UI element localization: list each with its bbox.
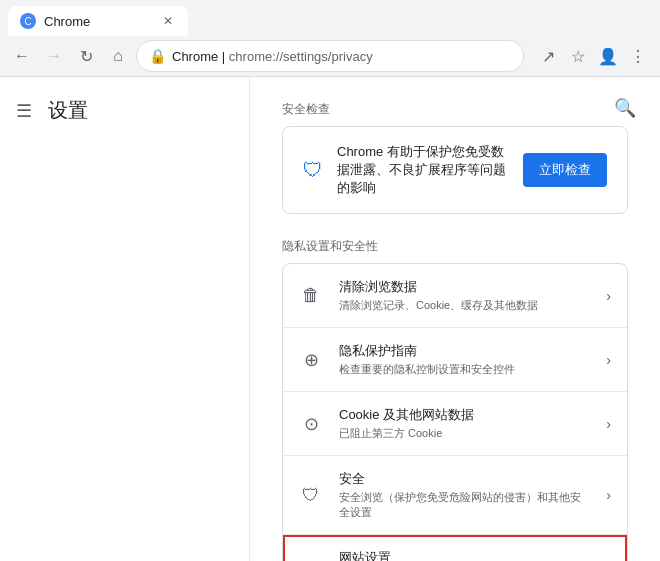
active-tab[interactable]: C Chrome ✕ (8, 6, 188, 36)
item-subtitle: 安全浏览（保护您免受危险网站的侵害）和其他安全设置 (339, 490, 590, 520)
safety-check-card: 🛡 Chrome 有助于保护您免受数据泄露、不良扩展程序等问题的影响 立即检查 (282, 126, 628, 214)
tab-bar: C Chrome ✕ (0, 0, 660, 36)
arrow-icon: › (606, 352, 611, 368)
main-content: 🔍 安全检查 🛡 Chrome 有助于保护您免受数据泄露、不良扩展程序等问题的影… (250, 77, 660, 561)
arrow-icon: › (606, 487, 611, 503)
safety-check-text: Chrome 有助于保护您免受数据泄露、不良扩展程序等问题的影响 (337, 143, 509, 197)
sidebar: ☰ 设置 (0, 77, 250, 561)
safety-check-section-title: 安全检查 (282, 101, 628, 118)
privacy-section-title: 隐私设置和安全性 (282, 238, 628, 255)
menu-icon[interactable]: ☰ (16, 100, 32, 122)
nav-right-buttons: ↗ ☆ 👤 ⋮ (534, 42, 652, 70)
tab-close-button[interactable]: ✕ (160, 13, 176, 29)
search-icon[interactable]: 🔍 (614, 97, 636, 119)
item-title: 清除浏览数据 (339, 278, 590, 296)
lock-icon: 🔒 (149, 48, 166, 64)
share-button[interactable]: ↗ (534, 42, 562, 70)
profile-button[interactable]: 👤 (594, 42, 622, 70)
item-text: Cookie 及其他网站数据 已阻止第三方 Cookie (339, 406, 590, 441)
refresh-button[interactable]: ↻ (72, 42, 100, 70)
item-subtitle: 检查重要的隐私控制设置和安全控件 (339, 362, 590, 377)
item-title: 网站设置 (339, 549, 590, 561)
item-text: 清除浏览数据 清除浏览记录、Cookie、缓存及其他数据 (339, 278, 590, 313)
forward-button[interactable]: → (40, 42, 68, 70)
home-button[interactable]: ⌂ (104, 42, 132, 70)
item-subtitle: 清除浏览记录、Cookie、缓存及其他数据 (339, 298, 590, 313)
bookmark-button[interactable]: ☆ (564, 42, 592, 70)
arrow-icon: › (606, 416, 611, 432)
item-text: 隐私保护指南 检查重要的隐私控制设置和安全控件 (339, 342, 590, 377)
security-icon: 🛡 (299, 485, 323, 506)
sidebar-header: ☰ 设置 (0, 85, 249, 136)
arrow-icon: › (606, 288, 611, 304)
site-settings-item[interactable]: ≡ 网站设置 控制网站可以使用和显示什么信息（如位置信息、摄像头、弹出式窗口及其… (283, 535, 627, 561)
clear-browsing-data-item[interactable]: 🗑 清除浏览数据 清除浏览记录、Cookie、缓存及其他数据 › (283, 264, 627, 328)
back-button[interactable]: ← (8, 42, 36, 70)
address-text: Chrome | chrome://settings/privacy (172, 49, 373, 64)
tab-favicon: C (20, 13, 36, 29)
settings-page: ☰ 设置 🔍 安全检查 🛡 Chrome 有助于保护您免受数据泄露、不良扩展程序… (0, 77, 660, 561)
trash-icon: 🗑 (299, 285, 323, 306)
tab-title: Chrome (44, 14, 90, 29)
item-text: 安全 安全浏览（保护您免受危险网站的侵害）和其他安全设置 (339, 470, 590, 520)
item-title: Cookie 及其他网站数据 (339, 406, 590, 424)
address-bar[interactable]: 🔒 Chrome | chrome://settings/privacy (136, 40, 524, 72)
cookie-icon: ⊙ (299, 413, 323, 435)
security-item[interactable]: 🛡 安全 安全浏览（保护您免受危险网站的侵害）和其他安全设置 › (283, 456, 627, 535)
item-title: 隐私保护指南 (339, 342, 590, 360)
check-now-button[interactable]: 立即检查 (523, 153, 607, 187)
guide-icon: ⊕ (299, 349, 323, 371)
browser-chrome: C Chrome ✕ ← → ↻ ⌂ 🔒 Chrome | chrome://s… (0, 0, 660, 77)
privacy-guide-item[interactable]: ⊕ 隐私保护指南 检查重要的隐私控制设置和安全控件 › (283, 328, 627, 392)
item-text: 网站设置 控制网站可以使用和显示什么信息（如位置信息、摄像头、弹出式窗口及其他） (339, 549, 590, 561)
item-title: 安全 (339, 470, 590, 488)
more-menu-button[interactable]: ⋮ (624, 42, 652, 70)
item-subtitle: 已阻止第三方 Cookie (339, 426, 590, 441)
settings-title: 设置 (48, 97, 88, 124)
cookies-item[interactable]: ⊙ Cookie 及其他网站数据 已阻止第三方 Cookie › (283, 392, 627, 456)
nav-bar: ← → ↻ ⌂ 🔒 Chrome | chrome://settings/pri… (0, 36, 660, 76)
shield-icon: 🛡 (303, 159, 323, 182)
settings-list: 🗑 清除浏览数据 清除浏览记录、Cookie、缓存及其他数据 › ⊕ 隐私保护指… (282, 263, 628, 561)
